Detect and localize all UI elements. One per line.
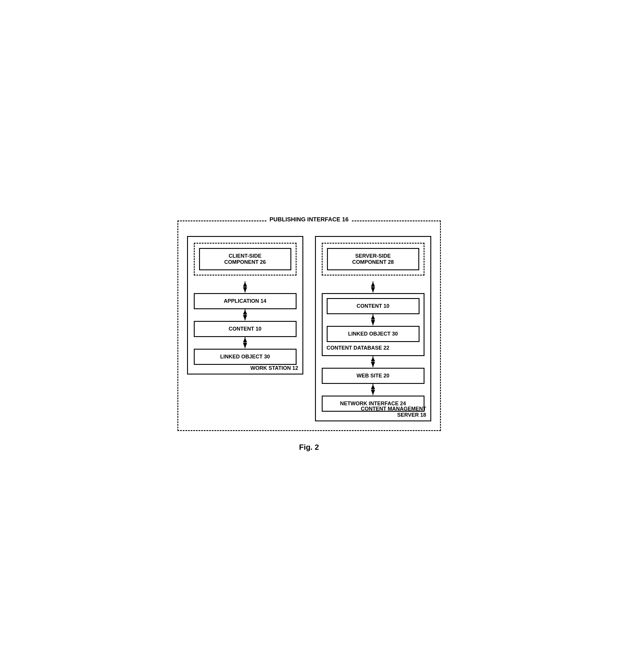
cms-linked-object-box: LINKED OBJECT 30 — [327, 326, 419, 342]
web-site-box: WEB SITE 20 — [322, 368, 424, 384]
client-side-label: CLIENT-SIDECOMPONENT 26 — [224, 253, 266, 265]
server-side-label: SERVER-SIDECOMPONENT 28 — [352, 253, 394, 265]
server-side-dashed-box: SERVER-SIDECOMPONENT 28 — [322, 243, 424, 276]
arrow-db-to-website — [322, 356, 424, 368]
arrow-svg-4 — [369, 281, 377, 293]
publishing-interface-label: PUBLISHING INTERFACE 16 — [267, 216, 351, 223]
arrow-svg-5 — [369, 314, 377, 326]
svg-marker-19 — [371, 315, 375, 319]
network-interface-label: NETWORK INTERFACE 24 — [340, 401, 406, 406]
arrow-cms-content-to-linked — [327, 314, 419, 326]
two-column-layout: CLIENT-SIDECOMPONENT 26 APPLICATION 14 — [187, 236, 431, 421]
web-site-label: WEB SITE 20 — [356, 373, 389, 379]
arrow-app-to-content — [194, 309, 297, 321]
ws-content-box: CONTENT 10 — [194, 321, 297, 337]
arrow-content-to-linked — [194, 337, 297, 349]
svg-marker-11 — [243, 338, 247, 342]
content-database-label: CONTENT DATABASE 22 — [327, 342, 419, 351]
publishing-interface-box: PUBLISHING INTERFACE 16 CLIENT-SIDECOMPO… — [178, 220, 441, 431]
svg-marker-23 — [371, 357, 375, 361]
svg-marker-7 — [243, 310, 247, 314]
application-box: APPLICATION 14 — [194, 293, 297, 309]
arrow-svg-3 — [241, 337, 249, 349]
cms-content-label: CONTENT 10 — [356, 303, 389, 309]
content-database-outer-box: CONTENT 10 LINKED OBJECT 30 — [322, 293, 424, 356]
server-side-component-box: SERVER-SIDECOMPONENT 28 — [327, 248, 419, 270]
arrow-server-to-content — [322, 281, 424, 293]
arrow-svg-7 — [369, 384, 377, 396]
ws-linked-object-box: LINKED OBJECT 30 — [194, 349, 297, 365]
arrow-website-to-network — [322, 384, 424, 396]
cms-content-box: CONTENT 10 — [327, 298, 419, 314]
arrow-svg-6 — [369, 356, 377, 368]
workstation-box: CLIENT-SIDECOMPONENT 26 APPLICATION 14 — [187, 236, 303, 375]
ws-content-label: CONTENT 10 — [229, 326, 262, 332]
application-label: APPLICATION 14 — [224, 298, 267, 304]
ws-linked-object-label: LINKED OBJECT 30 — [220, 354, 270, 360]
client-side-component-box: CLIENT-SIDECOMPONENT 26 — [199, 248, 291, 270]
fig-label: Fig. 2 — [178, 443, 441, 452]
client-side-dashed-box: CLIENT-SIDECOMPONENT 26 — [194, 243, 297, 276]
workstation-label: WORK STATION 12 — [250, 365, 298, 371]
arrow-svg-2 — [241, 309, 249, 321]
cms-box: SERVER-SIDECOMPONENT 28 — [315, 236, 431, 421]
arrow-client-to-app — [194, 281, 297, 293]
cms-label: CONTENT MANAGEMENT SERVER 18 — [361, 406, 426, 418]
svg-marker-3 — [243, 282, 247, 287]
cms-linked-object-label: LINKED OBJECT 30 — [348, 331, 398, 337]
arrow-svg-1 — [241, 281, 249, 293]
diagram-container: PUBLISHING INTERFACE 16 CLIENT-SIDECOMPO… — [178, 220, 441, 452]
svg-marker-27 — [371, 384, 375, 389]
svg-marker-15 — [371, 282, 375, 287]
